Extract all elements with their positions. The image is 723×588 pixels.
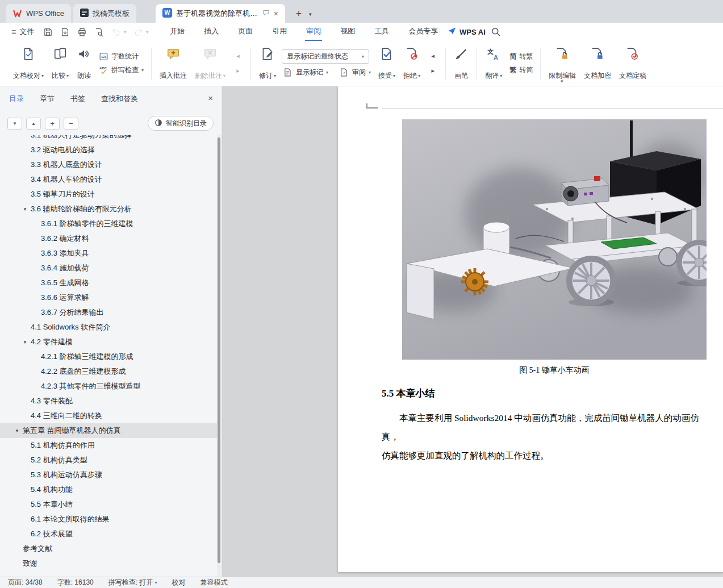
toc-item[interactable]: ▼3.6 辅助轮阶梯轴的有限元分析 [0,202,217,216]
toc-item[interactable]: 5.2 机构仿真类型 [0,453,217,468]
toc-item[interactable]: 3.3 机器人底盘的设计 [0,157,217,172]
toc-expand-icon[interactable]: ▼ [23,207,31,212]
toc-item[interactable]: 6.2 技术展望 [0,527,217,541]
accept-button[interactable]: 接受▾ [374,44,399,83]
toc-item[interactable]: 3.6.6 运算求解 [0,290,217,305]
menu-tab-审阅[interactable]: 审阅 [305,23,322,41]
sidebar-tab-章节[interactable]: 章节 [40,94,55,104]
toc-expand-icon[interactable]: ▼ [23,340,31,345]
compare-button[interactable]: 比较▾ [48,44,73,83]
wps-ai-button[interactable]: WPS AI [448,23,486,41]
read-aloud-button[interactable]: 朗读 [73,44,95,83]
toc-item[interactable]: 3.4 机器人车轮的设计 [0,172,217,187]
toc-expand-icon[interactable]: ▼ [15,428,23,433]
home-tab[interactable]: WPS Office [6,4,71,23]
to-simplified-button[interactable]: 繁 转简 [508,65,534,75]
next-comment-button[interactable]: ▸ [231,65,245,77]
word-count-button[interactable]: 123 字数统计 [97,52,145,61]
figure-robot-render[interactable] [402,119,707,360]
compat-mode-status[interactable]: 兼容模式 [200,578,227,587]
toc-item[interactable]: 5.3 机构运动仿真步骤 [0,468,217,482]
word-count-status[interactable]: 字数: 16130 [57,578,94,587]
new-tab-button[interactable]: + [292,7,306,20]
redo-chevron-icon[interactable]: ▾ [146,30,148,35]
spell-check-status[interactable]: 拼写检查: 打开 ▾ [108,578,157,587]
encrypt-doc-button[interactable]: 文档加密 [580,44,615,83]
review-pane-button[interactable]: 审阅 ▾ [338,68,373,77]
undo-icon[interactable] [111,27,121,37]
toc-item[interactable]: 致谢 [0,556,217,571]
toc-item[interactable]: 3.6.2 确定材料 [0,231,217,246]
redo-icon[interactable] [133,27,143,37]
menu-tab-页面[interactable]: 页面 [237,23,254,41]
reject-button[interactable]: 拒绝▾ [399,44,424,83]
menu-tab-插入[interactable]: 插入 [203,23,220,41]
restrict-edit-button[interactable]: 限制编辑 [545,44,580,83]
sidebar-scrollbar[interactable] [217,135,221,577]
delete-comment-button[interactable]: 删除批注▾ [191,44,229,83]
zoom-out-toc-button[interactable]: − [64,118,78,130]
track-changes-button[interactable]: 修订▾ [255,44,280,83]
menu-tab-开始[interactable]: 开始 [169,23,186,41]
toc-item[interactable]: 4.3 零件装配 [0,394,217,408]
file-menu-button[interactable]: ≡ 文件 [7,23,39,41]
toc-item[interactable]: 3.5 锄草刀片的设计 [0,187,217,202]
toc-item[interactable]: 4.2.3 其他零件的三维模型造型 [0,379,217,394]
toc-item[interactable]: 3.2 驱动电机的选择 [0,143,217,157]
toc-item[interactable]: ▼第五章 苗间锄草机器人的仿真 [0,423,217,438]
toc-item[interactable]: 3.6.7 分析结果输出 [0,305,217,320]
print-icon[interactable] [77,27,87,37]
next-change-button[interactable]: ▸ [426,65,440,77]
markup-state-select[interactable]: 显示标记的最终状态 ▾ [282,49,369,64]
finalize-doc-button[interactable]: 文档定稿 [615,44,650,83]
print-preview-icon[interactable] [94,27,104,37]
close-sidebar-icon[interactable]: × [208,94,213,102]
toc-item[interactable]: 4.4 三维向二维的转换 [0,408,217,423]
collapse-all-button[interactable]: ▾ [7,118,22,130]
sidebar-tab-目录[interactable]: 目录 [9,94,24,104]
document-area[interactable]: 图 5-1 锄草小车动画 5.5 本章小结 本章主要利用 Solidworks2… [222,86,723,577]
active-doc-tab[interactable]: W 基于机器视觉的除草机机器人... × [156,4,285,23]
toc-item[interactable]: 参考文献 [0,541,217,556]
smart-toc-button[interactable]: 智能识别目录 [148,116,214,131]
toc-item[interactable]: 3.6.3 添加夹具 [0,246,217,261]
toc-item[interactable]: 5.1 机构仿真的作用 [0,438,217,453]
document-page[interactable]: 图 5-1 锄草小车动画 5.5 本章小结 本章主要利用 Solidworks2… [338,86,723,572]
export-pdf-icon[interactable] [60,27,70,37]
previous-change-button[interactable]: ◂ [426,50,440,62]
menu-tab-工具[interactable]: 工具 [373,23,390,41]
menu-tab-会员专享[interactable]: 会员专享 [407,23,439,41]
sidebar-tab-查找和替换[interactable]: 查找和替换 [101,94,138,104]
toc-item[interactable]: 3.6.4 施加载荷 [0,261,217,276]
expand-all-button[interactable]: ▴ [26,118,41,130]
toc-item[interactable]: 4.2.1 阶梯轴三维建模的形成 [0,349,217,364]
show-markup-button[interactable]: 显示标记 ▾ [282,68,330,77]
toc-item[interactable]: 5.4 机构功能 [0,482,217,497]
page-indicator[interactable]: 页面: 34/38 [8,578,43,587]
sidebar-tab-书签[interactable]: 书签 [70,94,85,104]
insert-comment-button[interactable]: 插入批注 [156,44,191,83]
toc-item[interactable]: 4.2.2 底盘的三维建模形成 [0,364,217,379]
close-tab-icon[interactable]: × [274,10,278,18]
sidebar-scrollbar-thumb[interactable] [218,137,220,563]
proofread-status[interactable]: 校对 [172,578,185,587]
spell-check-button[interactable]: ABC 拼写检查 ▾ [97,65,145,75]
save-icon[interactable] [43,27,53,37]
zoom-in-toc-button[interactable]: + [45,118,60,130]
menu-tab-视图[interactable]: 视图 [339,23,356,41]
doc-proof-button[interactable]: 文档校对▾ [9,44,48,83]
ribbon-more-chevron-icon[interactable]: ▾ [561,78,563,84]
toc-item[interactable]: ▼4.2 零件建模 [0,335,217,349]
menu-tab-引用[interactable]: 引用 [271,23,288,41]
toc-item[interactable]: 5.5 本章小结 [0,497,217,512]
previous-comment-button[interactable]: ◂ [231,50,245,62]
toc-item[interactable]: 6.1 本论文所取得的结果 [0,512,217,527]
to-traditional-button[interactable]: 简 转繁 [508,52,534,61]
search-icon[interactable] [490,26,501,37]
translate-button[interactable]: A 翻译▾ [481,44,506,83]
toc-item[interactable]: 3.6.5 生成网格 [0,276,217,290]
tab-list-chevron-icon[interactable]: ▾ [309,11,312,17]
template-doc-tab[interactable]: 找稿壳模板 [73,4,136,23]
toc-item[interactable]: 3.6.1 阶梯轴零件的三维建模 [0,216,217,231]
ink-brush-button[interactable]: 画笔 [450,44,473,83]
